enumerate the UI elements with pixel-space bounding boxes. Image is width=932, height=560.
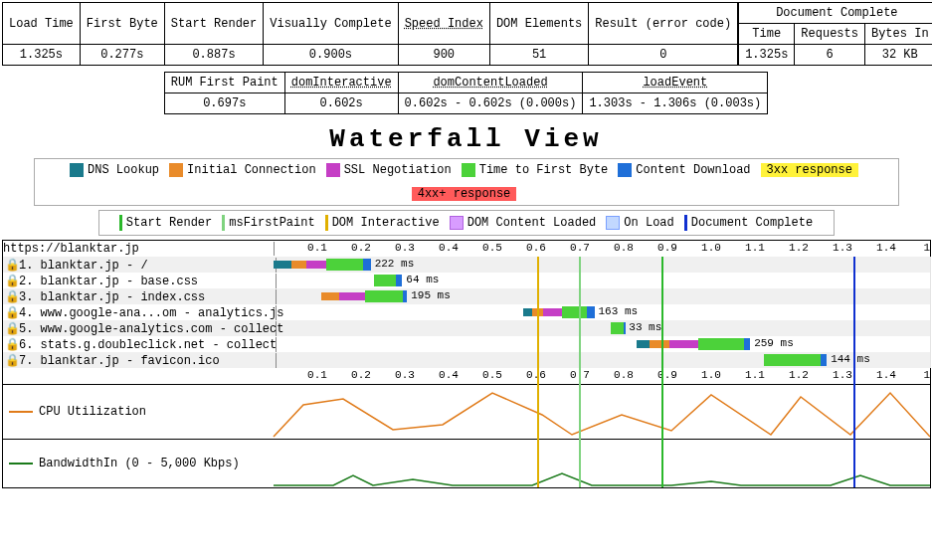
conn-swatch-icon <box>169 163 183 177</box>
phase-download <box>821 354 827 366</box>
duration-label: 163 ms <box>599 305 639 317</box>
phase-ttfb <box>698 338 744 350</box>
legend-4xx: 4xx+ response <box>412 187 517 201</box>
val-di: 0.602s <box>284 93 398 114</box>
col-le: loadEvent <box>583 73 768 93</box>
tick-label: 0.3 <box>395 369 415 381</box>
phase-download <box>744 338 750 350</box>
dom-interactive-line-icon <box>325 215 328 231</box>
legend-dom-interactive: DOM Interactive <box>325 215 440 231</box>
legend-doc-complete: Document Complete <box>684 215 813 231</box>
legend-ssl: SSL Negotiation <box>326 163 452 177</box>
phase-connect <box>532 308 543 316</box>
val-sr: 0.887s <box>164 45 263 66</box>
phase-download <box>587 306 595 318</box>
legend-ttfb: Time to First Byte <box>462 163 609 177</box>
phase-dns <box>637 340 650 348</box>
duration-label: 195 ms <box>411 289 451 301</box>
tick-label: 1.0 <box>701 369 721 381</box>
tick-label: 0.9 <box>657 369 677 381</box>
col-sr: Start Render <box>164 3 263 45</box>
tick-label: 0.1 <box>307 369 327 381</box>
waterfall-row[interactable]: 🔒5. www.google-analytics.com - collect33… <box>3 320 930 336</box>
phase-ttfb <box>764 354 821 366</box>
waterfall-row[interactable]: 🔒6. stats.g.doubleclick.net - collect259… <box>3 336 930 352</box>
tick-label: 1.0 <box>701 242 721 254</box>
dl-swatch-icon <box>618 163 632 177</box>
lock-icon: 🔒 <box>5 289 17 304</box>
duration-label: 222 ms <box>375 258 415 270</box>
legend-events: Start Render msFirstPaint DOM Interactiv… <box>98 210 835 236</box>
legend-dl: Content Download <box>618 163 750 177</box>
tick-label: 0.1 <box>307 242 327 254</box>
col-doc-time: Time <box>738 24 795 45</box>
legend-on-load: On Load <box>606 216 673 230</box>
phase-ttfb <box>374 275 396 286</box>
col-di: domInteractive <box>284 73 398 93</box>
val-le: 1.303s - 1.306s (0.003s) <box>583 93 768 114</box>
waterfall-url: https://blanktar.jp <box>3 242 275 256</box>
waterfall-row[interactable]: 🔒1. blanktar.jp - /222 ms <box>3 257 930 273</box>
lock-icon: 🔒 <box>5 305 17 320</box>
duration-label: 64 ms <box>406 274 439 285</box>
phase-ssl <box>669 340 698 348</box>
legend-conn: Initial Connection <box>169 163 316 177</box>
col-fb: First Byte <box>80 3 164 45</box>
phase-download <box>403 290 407 302</box>
waterfall-row[interactable]: 🔒7. blanktar.jp - favicon.ico144 ms <box>3 352 930 368</box>
phase-connect <box>650 340 669 348</box>
bandwidth-label: BandwidthIn (0 - 5,000 Kbps) <box>9 457 240 470</box>
group-doc: Document Complete <box>738 3 932 24</box>
val-dcl: 0.602s - 0.602s (0.000s) <box>398 93 583 114</box>
ssl-swatch-icon <box>326 163 340 177</box>
val-si: 900 <box>398 45 489 66</box>
tick-label: 0.5 <box>482 242 502 254</box>
summary-table: Load Time First Byte Start Render Visual… <box>2 2 932 66</box>
col-dom: DOM Elements <box>489 3 588 45</box>
tick-label: 1.4 <box>876 242 896 254</box>
col-res: Result (error code) <box>589 3 738 45</box>
first-paint-line-icon <box>222 215 225 231</box>
phase-ttfb <box>365 290 402 302</box>
phase-ttfb <box>611 322 624 334</box>
tick-label: 1.3 <box>833 242 852 254</box>
legend-3xx: 3xx response <box>761 163 858 177</box>
col-rfp: RUM First Paint <box>164 73 284 93</box>
waterfall-row[interactable]: 🔒4. www.google-ana...om - analytics.js16… <box>3 304 930 320</box>
phase-connect <box>321 292 339 300</box>
tick-label: 0.2 <box>351 369 371 381</box>
tick-label: 0.4 <box>439 369 459 381</box>
phase-download <box>624 322 626 334</box>
lock-icon: 🔒 <box>5 321 17 336</box>
col-dcl: domContentLoaded <box>398 73 583 93</box>
duration-label: 259 ms <box>754 337 794 349</box>
dom-content-loaded-icon <box>450 216 464 230</box>
duration-label: 144 ms <box>831 353 870 365</box>
waterfall-row[interactable]: 🔒2. blanktar.jp - base.css64 ms <box>3 273 930 288</box>
tick-label: 1.2 <box>789 242 809 254</box>
tick-label: 0.8 <box>614 242 634 254</box>
val-doc-req: 6 <box>795 45 865 66</box>
tick-label: 0.7 <box>570 369 590 381</box>
tick-label: 1.2 <box>789 369 809 381</box>
phase-dns <box>523 308 532 316</box>
tick-label: 0.6 <box>526 242 546 254</box>
col-load: Load Time <box>3 3 81 45</box>
cpu-line-icon <box>9 411 33 413</box>
val-rfp: 0.697s <box>164 93 284 114</box>
tick-label: 0.4 <box>439 242 459 254</box>
phase-ssl <box>543 308 563 316</box>
dns-swatch-icon <box>70 163 84 177</box>
legend-phases: DNS Lookup Initial Connection SSL Negoti… <box>34 158 899 206</box>
section-title: Waterfall View <box>2 124 930 154</box>
phase-download <box>363 259 370 271</box>
val-dom: 51 <box>489 45 588 66</box>
waterfall-row[interactable]: 🔒3. blanktar.jp - index.css195 ms <box>3 288 930 304</box>
on-load-icon <box>606 216 620 230</box>
tick-label: 0.8 <box>614 369 634 381</box>
legend-first-paint: msFirstPaint <box>222 215 314 231</box>
tick-label: 1. <box>923 242 932 254</box>
col-vc: Visually Complete <box>264 3 398 45</box>
legend-start-render: Start Render <box>119 215 212 231</box>
tick-label: 0.9 <box>657 242 677 254</box>
